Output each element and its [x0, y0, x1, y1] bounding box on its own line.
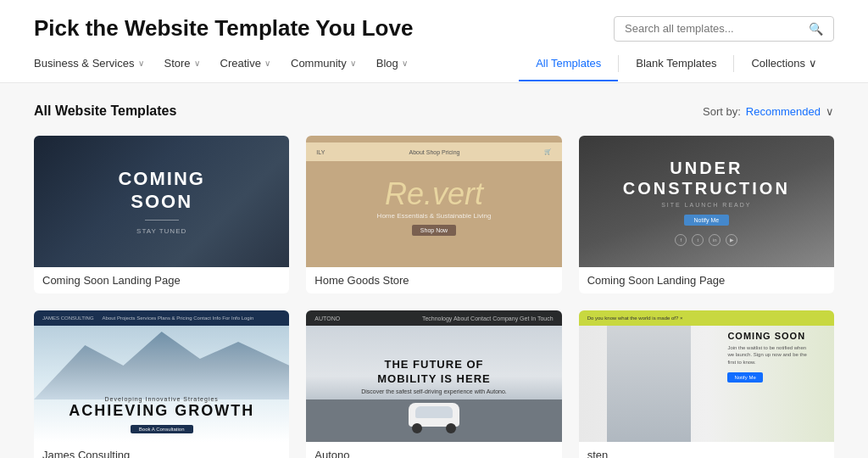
nav-item-store[interactable]: Store ∨	[164, 57, 200, 81]
cs-title: COMINGSOON	[118, 168, 204, 213]
rv-title: Re.vert	[385, 176, 483, 212]
search-input[interactable]	[625, 22, 809, 35]
jc-content: Developing Innovative Strategies ACHIEVI…	[34, 396, 289, 433]
nav-all-templates[interactable]: All Templates	[519, 57, 618, 81]
jc-mountain	[34, 332, 289, 399]
st-person	[607, 326, 691, 442]
chevron-creative-icon: ∨	[264, 59, 270, 68]
template-preview-coming-soon-1: COMINGSOON STAY TUNED	[34, 136, 289, 267]
template-card-autono[interactable]: AUTONO Technology About Contact Company …	[306, 310, 561, 458]
chevron-business-icon: ∨	[138, 59, 144, 68]
search-bar[interactable]: 🔍	[614, 16, 834, 42]
nav-item-blog[interactable]: Blog ∨	[376, 57, 408, 81]
uc-sub: SITE LAUNCH READY	[661, 202, 751, 208]
template-preview-revert: ILY About Shop Pricing 🛒 Re.vert Home Es…	[306, 136, 561, 267]
template-preview-james-consulting: JAMES CONSULTING About Projects Services…	[34, 310, 289, 442]
nav-collections[interactable]: Collections ∨	[734, 57, 834, 81]
page-title: Pick the Website Template You Love	[34, 15, 413, 42]
jc-title: ACHIEVING GROWTH	[34, 402, 289, 420]
uc-icon-1: f	[675, 234, 687, 246]
template-thumbnail-revert: ILY About Shop Pricing 🛒 Re.vert Home Es…	[306, 136, 561, 267]
jc-header: JAMES CONSULTING About Projects Services…	[34, 310, 289, 326]
rv-btn: Shop Now	[412, 225, 456, 236]
template-card-coming-soon-1[interactable]: COMINGSOON STAY TUNED Coming Soon Landin…	[34, 136, 289, 293]
st-description: Join the waitlist to be notified whenwe …	[727, 344, 806, 366]
chevron-community-icon: ∨	[350, 59, 356, 68]
template-name-under-construction: Coming Soon Landing Page	[579, 267, 834, 293]
template-name-revert: Home Goods Store	[306, 267, 561, 293]
jc-cta-btn: Book A Consultation	[131, 425, 193, 433]
template-name-james-consulting: James Consulting	[34, 442, 289, 458]
template-card-james-consulting[interactable]: JAMES CONSULTING About Projects Services…	[34, 310, 289, 458]
nav-item-creative[interactable]: Creative ∨	[220, 57, 270, 81]
nav-item-business[interactable]: Business & Services ∨	[34, 57, 144, 81]
rv-header: ILY About Shop Pricing 🛒	[306, 142, 561, 161]
template-card-revert[interactable]: ILY About Shop Pricing 🛒 Re.vert Home Es…	[306, 136, 561, 293]
st-header: Do you know what the world is made of? ×	[579, 310, 834, 326]
nav-label-community: Community	[291, 57, 347, 70]
chevron-blog-icon: ∨	[402, 59, 408, 68]
uc-social-icons: f t in ▶	[675, 234, 737, 246]
st-left	[579, 310, 720, 442]
at-wheel-right	[446, 423, 456, 433]
nav-label-store: Store	[164, 57, 191, 70]
nav-label-creative: Creative	[220, 57, 261, 70]
template-preview-autono: AUTONO Technology About Contact Company …	[306, 310, 561, 442]
template-name-autono: Autono	[306, 442, 561, 458]
uc-icon-2: t	[692, 234, 704, 246]
section-title: All Website Templates	[34, 103, 176, 119]
sort-label: Sort by:	[703, 105, 741, 118]
st-coming-soon: Coming Soon	[727, 331, 805, 341]
app-container: Pick the Website Template You Love 🔍 Bus…	[0, 0, 868, 458]
nav-label-business: Business & Services	[34, 57, 135, 70]
st-btn: Notify Me	[727, 372, 762, 383]
at-header: AUTONO Technology About Contact Company …	[306, 310, 561, 326]
rv-sub: Home Essentials & Sustainable Living	[377, 212, 492, 220]
nav-row: Business & Services ∨ Store ∨ Creative ∨…	[34, 55, 834, 82]
template-preview-under-construction: UNDERCONSTRUCTION SITE LAUNCH READY Noti…	[579, 136, 834, 267]
header-row: Pick the Website Template You Love 🔍	[34, 15, 834, 42]
top-header: Pick the Website Template You Love 🔍 Bus…	[0, 0, 868, 83]
main-content: All Website Templates Sort by: Recommend…	[0, 83, 868, 458]
template-card-under-construction[interactable]: UNDERCONSTRUCTION SITE LAUNCH READY Noti…	[579, 136, 834, 293]
chevron-collections-icon: ∨	[809, 57, 817, 70]
template-thumbnail-under-construction: UNDERCONSTRUCTION SITE LAUNCH READY Noti…	[579, 136, 834, 267]
nav-left: Business & Services ∨ Store ∨ Creative ∨…	[34, 57, 408, 81]
templates-grid: COMINGSOON STAY TUNED Coming Soon Landin…	[34, 136, 834, 458]
uc-title: UNDERCONSTRUCTION	[623, 158, 790, 198]
nav-right: All Templates Blank Templates Collection…	[519, 55, 834, 82]
cs-divider	[145, 220, 179, 221]
nav-label-blog: Blog	[376, 57, 398, 70]
section-header: All Website Templates Sort by: Recommend…	[34, 103, 834, 119]
template-thumbnail-sten: Do you know what the world is made of? ×…	[579, 310, 834, 442]
template-name-coming-soon-1: Coming Soon Landing Page	[34, 267, 289, 293]
sort-value: Recommended	[746, 105, 821, 118]
template-thumbnail-autono: AUTONO Technology About Contact Company …	[306, 310, 561, 442]
search-icon: 🔍	[809, 22, 823, 36]
jc-strat: Developing Innovative Strategies	[34, 396, 289, 402]
template-thumbnail-coming-soon-1: COMINGSOON STAY TUNED	[34, 136, 289, 267]
template-card-sten[interactable]: Do you know what the world is made of? ×…	[579, 310, 834, 458]
nav-item-community[interactable]: Community ∨	[291, 57, 356, 81]
chevron-store-icon: ∨	[194, 59, 200, 68]
template-thumbnail-james-consulting: JAMES CONSULTING About Projects Services…	[34, 310, 289, 442]
chevron-sort-icon: ∨	[826, 105, 834, 118]
at-wheel-left	[412, 423, 422, 433]
at-sub: Discover the safest self-driving experie…	[361, 388, 507, 394]
uc-btn: Notify Me	[684, 215, 730, 226]
cs-subtitle: STAY TUNED	[136, 227, 186, 235]
st-right: Coming Soon Join the waitlist to be noti…	[719, 310, 834, 442]
at-tagline: THE FUTURE OFMOBILITY IS HERE	[377, 358, 491, 387]
uc-icon-4: ▶	[726, 234, 737, 246]
template-name-sten: sten	[579, 442, 834, 458]
sort-by-control[interactable]: Sort by: Recommended ∨	[703, 105, 834, 118]
nav-blank-templates[interactable]: Blank Templates	[619, 57, 733, 81]
uc-icon-3: in	[709, 234, 721, 246]
template-preview-sten: Do you know what the world is made of? ×…	[579, 310, 834, 442]
